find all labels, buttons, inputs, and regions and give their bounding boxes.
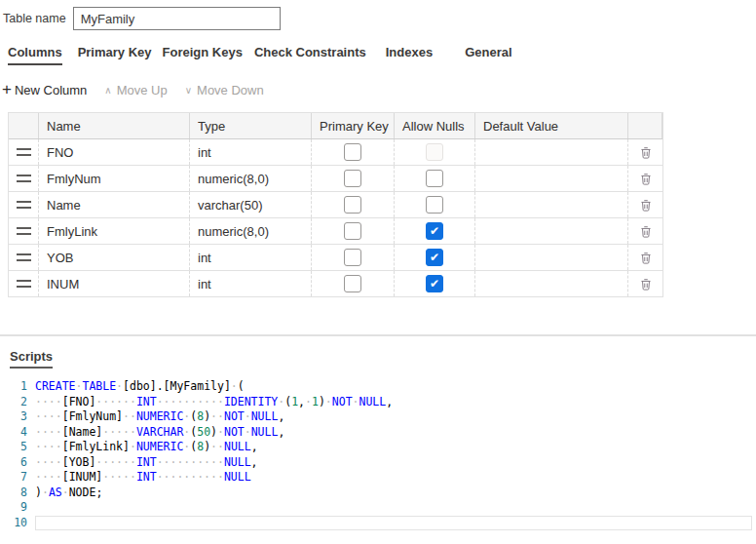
tab-primary-key[interactable]: Primary Key (78, 45, 152, 63)
sql-token-kw: NUMERIC (136, 409, 183, 423)
cell-default-value[interactable] (475, 192, 628, 217)
primary-key-checkbox[interactable] (344, 170, 361, 187)
cell-delete (628, 245, 662, 270)
sql-token-kw: NULL (251, 425, 279, 439)
cell-type[interactable]: numeric(8,0) (190, 166, 312, 191)
sql-token-ws: · (325, 395, 332, 408)
primary-key-checkbox[interactable] (344, 143, 361, 161)
sql-token-id: [dbo].[MyFamily] (123, 379, 231, 393)
cell-name[interactable]: FmlyLink (39, 218, 190, 244)
cell-type[interactable]: int (190, 139, 312, 165)
code-line: 7····[INUM]·····INT··········NULL (0, 470, 756, 486)
delete-column-button[interactable] (637, 222, 655, 241)
tab-check-constraints[interactable]: Check Constraints (254, 45, 366, 63)
allow-nulls-checkbox[interactable] (426, 170, 443, 187)
header-cell-allow-nulls: Allow Nulls (395, 113, 475, 138)
sql-token-ws: · (42, 486, 49, 499)
new-column-label: New Column (15, 83, 87, 97)
drag-handle-icon[interactable] (17, 175, 31, 182)
table-name-label: Table name (3, 12, 66, 25)
sql-token-ws: · (305, 395, 312, 408)
cell-primary-key (312, 218, 395, 244)
allow-nulls-checkbox[interactable] (426, 275, 443, 292)
primary-key-checkbox[interactable] (344, 275, 361, 292)
tab-general[interactable]: General (465, 45, 511, 63)
cell-type[interactable]: varchar(50) (190, 192, 312, 217)
sql-token-kw: INT (136, 470, 157, 484)
move-down-button[interactable]: ∨ Move Down (185, 83, 264, 97)
cell-delete (628, 139, 662, 165)
primary-key-checkbox[interactable] (344, 196, 361, 214)
cell-name[interactable]: Name (39, 192, 190, 217)
code-line: 10 (0, 516, 756, 531)
primary-key-checkbox[interactable] (344, 222, 361, 240)
sql-token-id: [YOB] (62, 455, 96, 469)
cell-name[interactable]: FmlyNum (39, 166, 190, 191)
delete-column-button[interactable] (637, 170, 655, 188)
drag-cell (9, 218, 39, 244)
sql-token-ws: · (130, 440, 136, 453)
delete-column-button[interactable] (637, 143, 655, 162)
cell-delete (628, 271, 662, 296)
move-up-button[interactable]: ∧ Move Up (104, 83, 167, 97)
cell-type[interactable]: int (190, 245, 312, 270)
header-cell-type: Type (190, 113, 312, 138)
sql-token-kw: AS (49, 486, 62, 499)
cell-default-value[interactable] (475, 166, 628, 191)
sql-token-kw: TABLE (82, 379, 116, 393)
table-name-input[interactable] (73, 7, 281, 30)
sql-token-kw: NULL (251, 409, 279, 423)
sql-script-editor[interactable]: 1CREATE·TABLE·[dbo].[MyFamily]·(2····[FN… (0, 379, 756, 530)
tab-scripts[interactable]: Scripts (10, 349, 53, 369)
sql-token-ws: · (116, 379, 123, 393)
primary-key-checkbox[interactable] (344, 249, 361, 266)
table-row: YOBint (9, 245, 662, 271)
code-line: 4····[Name]·····VARCHAR·(50)·NOT·NULL, (0, 425, 756, 441)
sql-token-ws: ···· (35, 455, 62, 469)
allow-nulls-checkbox[interactable] (426, 196, 443, 214)
cell-default-value[interactable] (475, 245, 628, 270)
sql-token-pn: ) (319, 395, 325, 408)
cell-type[interactable]: int (190, 271, 312, 296)
tab-foreign-keys[interactable]: Foreign Keys (163, 45, 243, 63)
sql-token-ws: ···· (35, 409, 62, 423)
sql-token-ws: · (217, 425, 224, 439)
columns-grid: NameTypePrimary KeyAllow NullsDefault Va… (8, 112, 663, 297)
allow-nulls-checkbox[interactable] (426, 249, 443, 266)
drag-handle-icon[interactable] (17, 148, 31, 156)
sql-token-ws: ····· (102, 470, 136, 484)
chevron-down-icon: ∨ (185, 85, 192, 96)
new-column-button[interactable]: + New Column (2, 83, 87, 97)
line-content: ····[Name]·····VARCHAR·(50)·NOT·NULL, (35, 425, 752, 441)
sql-token-kw: NULL (224, 470, 251, 484)
cell-default-value[interactable] (475, 218, 628, 244)
line-number: 2 (0, 395, 35, 410)
sql-token-nm: 50 (197, 425, 210, 439)
allow-nulls-checkbox[interactable] (426, 222, 443, 240)
sql-token-ws: · (62, 486, 69, 499)
line-content: ····[YOB]······INT··········NULL, (35, 455, 752, 471)
cell-type[interactable]: numeric(8,0) (190, 218, 312, 244)
sql-token-nm: 1 (312, 395, 319, 408)
delete-column-button[interactable] (637, 249, 655, 267)
sql-token-kw: NOT (332, 395, 353, 408)
code-line: 1CREATE·TABLE·[dbo].[MyFamily]·( (0, 379, 756, 395)
tab-columns[interactable]: Columns (8, 45, 62, 65)
cell-name[interactable]: INUM (39, 271, 190, 296)
table-row: INUMint (9, 271, 662, 297)
cell-allow-nulls (395, 245, 475, 270)
cell-name[interactable]: FNO (39, 139, 190, 165)
drag-handle-icon[interactable] (17, 201, 31, 209)
drag-handle-icon[interactable] (17, 280, 31, 288)
delete-column-button[interactable] (637, 196, 655, 214)
table-row: FmlyLinknumeric(8,0) (9, 218, 662, 245)
code-line: 2····[FNO]······INT··········IDENTITY·(1… (0, 395, 756, 410)
cell-default-value[interactable] (475, 271, 628, 296)
tab-indexes[interactable]: Indexes (386, 45, 433, 63)
sql-token-ws: · (245, 425, 251, 439)
drag-handle-icon[interactable] (17, 253, 31, 261)
delete-column-button[interactable] (637, 275, 655, 293)
cell-default-value[interactable] (475, 139, 628, 165)
drag-handle-icon[interactable] (17, 227, 31, 235)
cell-name[interactable]: YOB (39, 245, 190, 270)
